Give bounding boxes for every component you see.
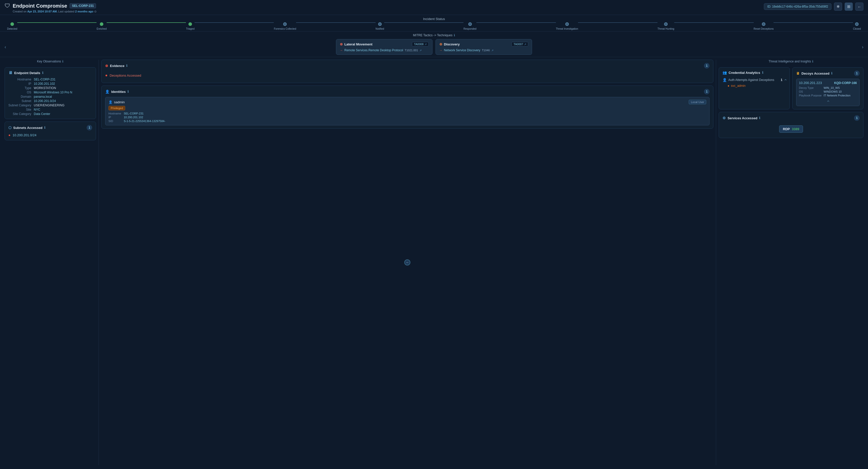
decoys-count: 1 (854, 71, 860, 76)
id-sid-label: SID (108, 120, 121, 123)
subnets-count: 1 (87, 125, 92, 130)
technique-arrow-icon-2: → (439, 48, 442, 52)
mitre-card-discovery: ⊕ Discovery TA0007 ↗ → Network Service D… (436, 39, 532, 55)
identity-person-icon: 👤 (108, 100, 113, 104)
service-rdp-button[interactable]: RDP 3389 (779, 125, 803, 133)
step-dot-triaged (188, 22, 192, 26)
evidence-header: ⊗ Evidence ℹ 1 (105, 63, 710, 69)
incident-status-bar: Incident Status Detected Enriched Triage… (0, 15, 868, 31)
ip-value: 10.200.201.102 (34, 82, 92, 86)
step-forensics: Forensics Collected (274, 22, 296, 30)
services-count: 1 (854, 115, 860, 121)
site-category-value: Data Center (34, 112, 92, 116)
step-label-detected: Detected (7, 27, 17, 30)
endpoint-details-title: 🖥 Endpoint Details ℹ (8, 71, 43, 75)
mitre-tag-ta0007[interactable]: TA0007 ↗ (512, 42, 528, 46)
step-closed: Closed (853, 22, 861, 30)
decoy-list-item: 10.200.201.223 KQD-CORP-166 Decoy Type W… (796, 79, 860, 106)
credentials-icon: 👥 (722, 71, 727, 75)
mitre-tag-ta0008[interactable]: TA0008 ↗ (412, 42, 429, 46)
identity-name: 👤 sadmin (108, 100, 125, 104)
header: 🛡 Endpoint Compromise SEL-CORP-231 Creat… (0, 0, 868, 15)
incident-id: ID: 16eb6c17-646c-426a-8f5a-35dc755d08f2 (764, 3, 831, 10)
step-label-triaged: Triaged (186, 27, 194, 30)
decoys-info-icon: ℹ (831, 72, 832, 75)
auth-expand-button[interactable]: › (783, 79, 788, 81)
mitre-card-discovery-header: ⊕ Discovery TA0007 ↗ (439, 42, 528, 46)
evidence-item-label: Deceptions Accessed (110, 74, 141, 77)
connector-1 (17, 22, 96, 23)
id-ip-value: 10.200.201.102 (124, 116, 706, 119)
credential-analytics-card: 👥 Credential Analytics ℹ 👤 Auth Attempts… (719, 67, 790, 109)
grid-button[interactable]: ⊞ (845, 3, 853, 11)
credential-analytics-title: 👥 Credential Analytics ℹ (722, 71, 763, 75)
id-ip-label: IP (108, 116, 121, 119)
decoy-icon: 🖥 (796, 71, 800, 75)
decoy-item-header: 10.200.201.223 KQD-CORP-166 (799, 81, 857, 85)
carousel-next-button[interactable]: › (862, 44, 863, 50)
identity-type-badge: Local User (689, 100, 706, 104)
services-info-icon: ℹ (759, 116, 760, 120)
decoy-expand-button[interactable]: › (825, 100, 831, 102)
auth-count: 1 (781, 78, 782, 82)
step-label-enriched: Enriched (96, 27, 106, 30)
incident-tag: SEL-CORP-231 (70, 3, 96, 8)
auth-person-icon: 👤 (722, 78, 727, 82)
main-content: Key Observations ℹ 🖥 Endpoint Details ℹ … (0, 57, 868, 468)
decoys-accessed-card: 🖥 Decoys Accessed ℹ 1 10.200.201.223 KQD… (792, 67, 863, 109)
endpoint-details-header: 🖥 Endpoint Details ℹ (8, 71, 92, 75)
mitre-title: MITRE Tactics -> Techniques ℹ (5, 34, 863, 37)
step-notified: Notified (376, 22, 384, 30)
monitor-icon: 🖥 (8, 71, 12, 75)
step-dot-notified (378, 22, 382, 26)
subnet-category-value: USER/ENGINEERING (34, 104, 92, 107)
carousel-prev-button[interactable]: ‹ (5, 44, 6, 50)
snowflake-button[interactable]: ❄ (834, 3, 842, 11)
threat-intel-header: Threat Intelligence and Insights ℹ (719, 60, 863, 63)
decoy-ip: 10.200.201.223 (799, 81, 822, 85)
step-detected: Detected (7, 22, 17, 30)
divider-handle[interactable]: ↔ (404, 259, 410, 265)
mitre-carousel: ‹ ⊗ Lateral Movement TA0008 ↗ → Remote S… (5, 39, 863, 55)
lateral-movement-icon: ⊗ (340, 42, 343, 46)
back-button[interactable]: ← (855, 3, 863, 11)
external-link-icon-nsd: ↗ (491, 49, 493, 52)
threat-intel-info-icon: ℹ (812, 60, 813, 63)
right-panel: Threat Intelligence and Insights ℹ 👥 Cre… (716, 60, 863, 465)
step-dot-detected (10, 22, 14, 26)
mitre-card-lateral-movement: ⊗ Lateral Movement TA0008 ↗ → Remote Ser… (336, 39, 432, 55)
step-label-notified: Notified (376, 27, 384, 30)
mitre-card-lateral-header: ⊗ Lateral Movement TA0008 ↗ (340, 42, 429, 46)
discovery-icon: ⊕ (439, 42, 442, 46)
credential-info-icon: ℹ (762, 71, 763, 74)
step-responded: Responded (463, 22, 476, 30)
step-dot-threat-investigation (565, 22, 569, 26)
external-link-icon-rdp: ↗ (420, 49, 422, 52)
step-label-reset-deceptions: Reset Deceptions (754, 27, 774, 30)
auth-attempts-item: 👤 Auth Attempts Against Deceptions 1 › (722, 77, 786, 82)
step-enriched: Enriched (96, 22, 106, 30)
id-hostname-label: Hostname (108, 112, 121, 115)
auth-user-item: ● svc_admin (727, 84, 786, 88)
evidence-dot-icon: ● (105, 73, 108, 78)
endpoint-details-card: 🖥 Endpoint Details ℹ Hostname SEL-CORP-2… (5, 67, 96, 119)
header-right: ID: 16eb6c17-646c-426a-8f5a-35dc755d08f2… (764, 3, 863, 11)
id-sid-value: S-1-5-21-2255341364-13297584- (124, 120, 706, 123)
user-dot-icon: ● (727, 84, 730, 88)
evidence-list-item: ● Deceptions Accessed (105, 71, 710, 80)
services-accessed-title: ⚙ Services Accessed ℹ (722, 116, 760, 120)
type-label: Type (8, 86, 31, 90)
step-reset-deceptions: Reset Deceptions (754, 22, 774, 30)
decoys-accessed-title: 🖥 Decoys Accessed ℹ (796, 71, 832, 75)
service-name: RDP (783, 127, 790, 131)
subnets-accessed-card: ⬡ Subnets Accessed ℹ 1 ● 10.200.201.0/24 (5, 122, 96, 140)
mitre-section: MITRE Tactics -> Techniques ℹ ‹ ⊗ Latera… (0, 31, 868, 57)
header-title-row: 🛡 Endpoint Compromise SEL-CORP-231 (5, 3, 96, 9)
domain-label: Domain (8, 95, 31, 98)
subnet-category-label: Subnet Category (8, 104, 31, 107)
decoy-name: KQD-CORP-166 (834, 81, 857, 85)
identity-list-item: 👤 sadmin Local User Privileged Hostname … (105, 97, 710, 125)
connector-6 (476, 22, 556, 23)
identities-card: 👤 Identities ℹ 1 👤 sadmin Local User Pri… (101, 86, 713, 129)
identities-info-icon: ℹ (127, 90, 129, 93)
